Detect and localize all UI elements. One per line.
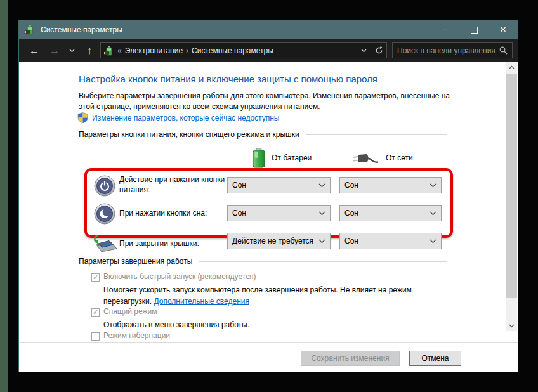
forward-button[interactable]: → [46,39,63,62]
window-title: Системные параметры [41,25,122,34]
lid-close-battery-select[interactable]: Действие не требуется [227,233,331,249]
chevron-down-icon [69,49,75,53]
more-info-link[interactable]: Дополнительные сведения [154,297,249,306]
power-options-app-icon [25,25,35,35]
checkmark-icon: ✓ [93,308,98,316]
ac-column-header: От сети [386,154,413,162]
battery-icon [252,148,266,169]
chevron-down-icon [318,211,325,216]
power-button-action-label: Действие при нажатии кнопки питания: [119,174,230,195]
power-buttons-group-header: Параметры кнопки питания, кнопки спящего… [79,130,447,139]
sleep-button-battery-select[interactable]: Сон [227,205,331,221]
vertical-scrollbar[interactable] [506,62,517,331]
group-rule [199,261,447,262]
recent-pages-button[interactable] [66,39,77,62]
lid-close-action-label: При закрытии крышки: [119,238,230,249]
breadcrumb-item-system-settings[interactable]: Системные параметры [192,46,273,55]
address-dropdown-button[interactable] [356,43,371,58]
search-icon[interactable] [499,46,508,55]
breadcrumb-prefix: « [117,46,122,55]
checkmark-icon: ✓ [93,273,98,281]
close-icon: × [500,23,506,36]
address-bar[interactable]: « Электропитание › Системные параметры [100,42,387,58]
page-title: Настройка кнопок питания и включение защ… [79,74,377,84]
uac-shield-icon [77,112,88,123]
power-button-ac-select[interactable]: Сон [339,177,442,193]
chevron-down-icon [509,324,515,328]
chevron-down-icon [318,239,325,244]
breadcrumb-separator: › [186,46,188,55]
search-input[interactable] [393,46,499,55]
fast-startup-label: Включить быстрый запуск (рекомендуется) [103,272,256,281]
chevron-down-icon [430,239,436,244]
minimize-icon: − [442,25,447,35]
shutdown-group-title: Параметры завершения работы [79,257,192,266]
scroll-down-button[interactable] [506,320,517,331]
change-unavailable-settings-link[interactable]: Изменение параметров, которые сейчас нед… [92,114,280,122]
maximize-icon [471,27,478,34]
refresh-button[interactable] [371,43,386,58]
cancel-button[interactable]: Отмена [409,351,461,366]
address-bar-actions [356,43,386,58]
close-button[interactable]: × [489,20,518,39]
scrollbar-thumb[interactable] [506,74,517,298]
hibernate-label: Режим гибернации [103,331,170,340]
back-icon: ← [29,45,39,56]
intro-text: Выберите параметры завершения работы для… [79,91,454,112]
sleep-button-ac-select[interactable]: Сон [339,205,442,221]
back-button[interactable]: ← [25,39,43,62]
chevron-down-icon [361,49,367,53]
footer-divider [19,342,518,343]
shutdown-group-header: Параметры завершения работы [79,257,447,266]
system-settings-window: Системные параметры − × ← → [19,20,518,372]
maximize-button[interactable] [459,20,489,39]
power-button-icon [94,175,115,197]
chevron-down-icon [318,183,325,188]
lid-close-icon [90,233,118,254]
chevron-down-icon [430,183,436,188]
refresh-icon [375,46,383,55]
window-controls: − × [430,20,518,39]
admin-settings-row: Изменение параметров, которые сейчас нед… [77,112,280,123]
sleep-button-icon [94,203,115,225]
sleep-mode-label: Спящий режим [103,307,157,316]
ac-plug-icon [350,152,381,166]
up-icon: ↑ [87,45,92,56]
fast-startup-description: Помогает ускорить запуск компьютера посл… [103,284,450,307]
search-box[interactable] [392,42,513,58]
scroll-up-button[interactable] [506,62,517,72]
sleep-mode-description: Отображать в меню завершения работы. [103,319,450,330]
sleep-mode-checkbox[interactable]: ✓ [91,308,100,317]
fast-startup-checkbox[interactable]: ✓ [91,273,100,282]
battery-column-header: От батареи [272,154,312,162]
screenshot-root: Системные параметры − × ← → [0,0,538,392]
up-button[interactable]: ↑ [81,39,98,62]
navigation-bar: ← → ↑ [19,39,518,62]
sleep-button-action-label: При нажатии кнопки сна: [119,208,230,218]
forward-icon: → [49,45,60,56]
chevron-up-icon [509,65,515,69]
titlebar[interactable]: Системные параметры − × [19,20,518,39]
minimize-button[interactable]: − [430,20,459,39]
save-changes-button[interactable]: Сохранить изменения [301,351,400,366]
address-page-icon [104,46,114,56]
group-rule [306,134,447,135]
lid-close-ac-select[interactable]: Сон [339,233,442,249]
desktop-background-strip [0,0,8,392]
breadcrumb-item-power-options[interactable]: Электропитание [125,46,183,55]
power-buttons-group-title: Параметры кнопки питания, кнопки спящего… [79,130,299,139]
chevron-down-icon [430,211,436,216]
power-button-battery-select[interactable]: Сон [227,177,331,193]
hibernate-checkbox[interactable] [91,332,100,341]
